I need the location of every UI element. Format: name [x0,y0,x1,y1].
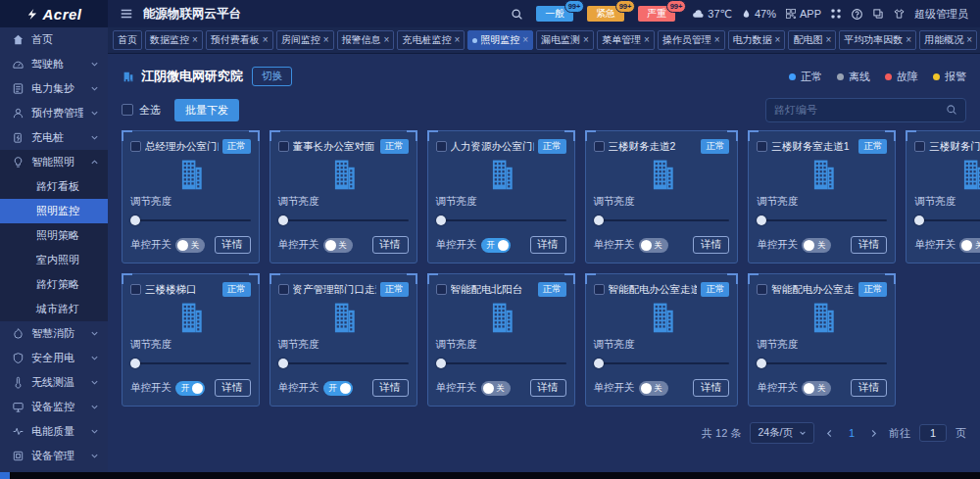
power-toggle[interactable]: 关 [175,238,205,253]
close-icon[interactable]: × [192,35,198,45]
search-icon[interactable] [511,8,523,21]
close-icon[interactable]: × [906,35,911,45]
sidebar-item[interactable]: 电力集抄 [0,76,108,101]
card-checkbox[interactable] [436,284,447,295]
goto-page-input[interactable]: 1 [919,424,947,442]
switch-station-button[interactable]: 切换 [252,67,292,86]
brightness-slider[interactable] [436,358,566,369]
alarm-chip[interactable]: 紧急99+ [587,6,624,22]
slider-handle[interactable] [130,359,140,368]
brightness-slider[interactable] [278,358,409,369]
power-toggle[interactable]: 关 [639,381,668,396]
detail-button[interactable]: 详情 [851,379,887,397]
power-toggle[interactable]: 开 [323,381,353,396]
power-toggle[interactable]: 关 [323,238,353,253]
sidebar-item[interactable]: 首页 [0,27,108,52]
sidebar-subitem[interactable]: 照明策略 [0,223,108,248]
sidebar-item[interactable]: 安全用电 [0,346,108,370]
copy-icon[interactable] [872,8,884,20]
slider-handle[interactable] [757,359,766,368]
power-toggle[interactable]: 开 [175,381,205,396]
tab[interactable]: 电力数据× [728,30,786,50]
next-page-button[interactable] [867,429,880,438]
sidebar-item[interactable]: 智慧消防 [0,321,108,346]
detail-button[interactable]: 详情 [530,236,566,254]
alarm-chip[interactable]: 严重99+ [638,6,675,22]
detail-button[interactable]: 详情 [215,236,251,254]
detail-button[interactable]: 详情 [851,236,887,254]
sidebar-item[interactable]: 智能照明 [0,150,108,174]
detail-button[interactable]: 详情 [693,236,729,254]
sidebar-subitem[interactable]: 城市路灯 [0,297,108,321]
card-checkbox[interactable] [278,141,289,152]
detail-button[interactable]: 详情 [530,379,566,397]
brightness-slider[interactable] [594,215,730,226]
alarm-chip[interactable]: 一般99+ [536,6,573,22]
tab[interactable]: 报警信息× [337,30,395,50]
brightness-slider[interactable] [436,215,566,226]
close-icon[interactable]: × [714,35,720,45]
detail-button[interactable]: 详情 [693,379,729,397]
user-name[interactable]: 超级管理员 [914,7,968,22]
sidebar-item[interactable]: 设备监控 [0,395,108,419]
power-toggle[interactable]: 关 [959,238,980,253]
detail-button[interactable]: 详情 [372,379,409,397]
card-checkbox[interactable] [594,284,605,295]
brightness-slider[interactable] [594,358,730,369]
close-icon[interactable]: × [966,35,972,45]
power-toggle[interactable]: 关 [802,381,831,396]
card-checkbox[interactable] [757,141,767,152]
power-toggle[interactable]: 开 [481,238,511,253]
help-icon[interactable] [851,8,863,21]
close-icon[interactable]: × [263,35,269,45]
tab[interactable]: 充电桩监控× [397,30,465,50]
tab[interactable]: 配电图× [788,30,836,50]
power-toggle[interactable]: 关 [802,238,831,253]
card-checkbox[interactable] [757,284,767,295]
close-icon[interactable]: × [384,35,390,45]
select-all-checkbox[interactable] [122,104,133,116]
sidebar-item[interactable]: 充电桩 [0,125,108,150]
card-checkbox[interactable] [130,141,141,152]
close-icon[interactable]: × [323,35,329,45]
sidebar-subitem[interactable]: 室内照明 [0,248,108,272]
power-toggle[interactable]: 关 [481,381,511,396]
app-download[interactable]: APP [785,8,821,20]
page-size-select[interactable]: 24条/页 [750,422,814,444]
brightness-slider[interactable] [130,215,251,226]
tab[interactable]: 漏电监测× [536,30,594,50]
close-icon[interactable]: × [454,35,460,45]
close-icon[interactable]: × [775,35,781,45]
card-checkbox[interactable] [278,284,289,295]
tab[interactable]: 操作员管理× [658,30,725,50]
detail-button[interactable]: 详情 [215,379,251,397]
slider-handle[interactable] [130,216,140,225]
tab[interactable]: 数据监控× [145,30,203,50]
slider-handle[interactable] [757,216,766,225]
brightness-slider[interactable] [757,358,887,369]
slider-handle[interactable] [436,359,446,368]
close-icon[interactable]: × [522,35,528,45]
tab[interactable]: 用能概况× [919,30,977,50]
search-icon[interactable] [946,104,957,116]
close-icon[interactable]: × [583,35,589,45]
tab[interactable]: 首页 [113,30,142,50]
brightness-slider[interactable] [130,358,251,369]
card-checkbox[interactable] [436,141,447,152]
close-icon[interactable]: × [644,35,650,45]
theme-icon[interactable] [893,8,906,20]
sidebar-item[interactable]: 预付费管理 [0,101,108,125]
sidebar-item[interactable]: 驾驶舱 [0,52,108,76]
tab[interactable]: 预付费看板× [206,30,273,50]
batch-send-button[interactable]: 批量下发 [174,99,239,121]
tab[interactable]: 照明监控× [467,30,533,50]
card-checkbox[interactable] [130,284,141,295]
brightness-slider[interactable] [757,215,887,226]
slider-handle[interactable] [436,216,446,225]
tab[interactable]: 菜单管理× [597,30,655,50]
card-checkbox[interactable] [914,141,925,152]
sidebar-item[interactable]: 设备管理 [0,444,108,468]
detail-button[interactable]: 详情 [372,236,409,254]
slider-handle[interactable] [594,359,604,368]
sidebar-subitem[interactable]: 路灯看板 [0,174,108,199]
